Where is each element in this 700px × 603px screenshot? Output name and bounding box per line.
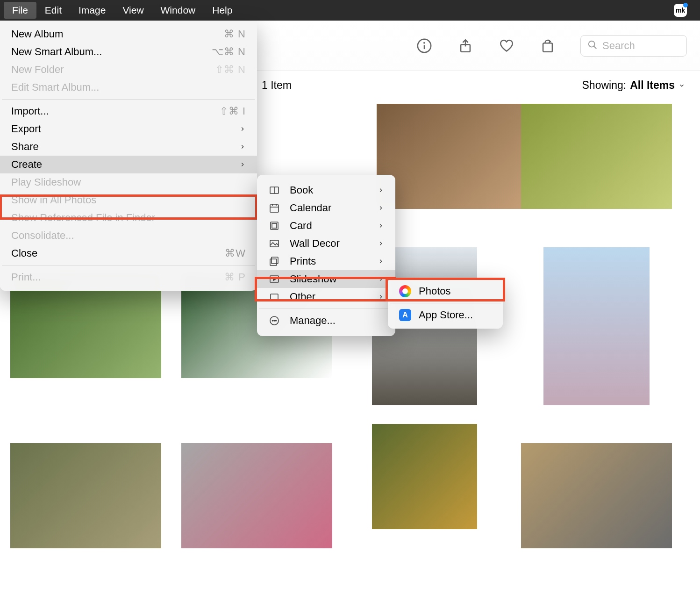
menuitem-new-album[interactable]: New Album⌘ N — [0, 25, 257, 43]
manage-icon — [268, 315, 280, 327]
chevron-right-icon — [378, 202, 384, 214]
svg-rect-18 — [270, 259, 277, 266]
menuitem-book[interactable]: Book — [257, 181, 395, 199]
photo-thumbnail[interactable] — [10, 443, 161, 548]
search-icon — [587, 40, 602, 52]
photo-thumbnail[interactable] — [543, 247, 650, 405]
svg-point-2 — [424, 42, 424, 43]
menuitem-play-slideshow: Play Slideshow — [0, 173, 257, 191]
menuitem-wall-decor[interactable]: Wall Decor — [257, 235, 395, 252]
menuitem-card[interactable]: Card — [257, 217, 395, 235]
menu-file[interactable]: File — [4, 2, 36, 19]
menuitem-import[interactable]: Import...⇧⌘ I — [0, 102, 257, 120]
svg-rect-17 — [271, 257, 278, 264]
svg-rect-10 — [270, 205, 279, 212]
chevron-right-icon — [378, 237, 384, 250]
menuitem-new-folder: New Folder⇧⌘ N — [0, 61, 257, 79]
menuitem-consolidate: Consolidate... — [0, 227, 257, 244]
menuitem-show-in-all-photos: Show in All Photos — [0, 191, 257, 209]
wall-decor-icon — [268, 237, 280, 250]
chevron-right-icon — [378, 184, 384, 196]
photo-thumbnail[interactable] — [521, 104, 672, 209]
photo-thumbnail[interactable] — [521, 443, 672, 548]
favorite-button[interactable] — [494, 34, 519, 58]
prints-icon — [268, 255, 280, 267]
slideshow-submenu: Photos A App Store... — [388, 278, 503, 329]
chevron-right-icon — [239, 123, 246, 135]
menu-separator — [390, 303, 501, 303]
menuitem-prints[interactable]: Prints — [257, 252, 395, 270]
share-button[interactable] — [453, 34, 478, 58]
chevron-right-icon — [378, 273, 384, 285]
menuitem-export[interactable]: Export — [0, 120, 257, 138]
menuitem-new-smart-album[interactable]: New Smart Album...⌥⌘ N — [0, 43, 257, 61]
photos-app-icon — [399, 285, 411, 297]
slideshow-icon — [268, 273, 280, 285]
menuitem-other[interactable]: Other — [257, 288, 395, 306]
search-box[interactable] — [580, 35, 687, 57]
status-app-icon[interactable]: mk — [674, 4, 687, 17]
menu-edit[interactable]: Edit — [36, 2, 70, 19]
menu-separator — [2, 99, 255, 100]
book-icon — [268, 184, 280, 196]
photo-thumbnail[interactable] — [372, 424, 477, 529]
menubar: File Edit Image View Window Help mk — [0, 0, 700, 21]
svg-point-25 — [276, 320, 277, 321]
menuitem-show-referenced-file: Show Referenced File in Finder — [0, 209, 257, 227]
photo-thumbnail[interactable] — [181, 443, 332, 548]
search-input[interactable] — [602, 40, 680, 52]
menu-window[interactable]: Window — [152, 2, 204, 19]
photo-thumbnail[interactable] — [377, 104, 538, 209]
card-icon — [268, 220, 280, 232]
showing-label: Showing: — [582, 79, 627, 92]
svg-point-6 — [589, 41, 595, 47]
svg-line-7 — [594, 46, 597, 49]
svg-rect-15 — [272, 223, 277, 228]
menuitem-slideshow[interactable]: Slideshow — [257, 270, 395, 288]
chevron-right-icon — [239, 141, 246, 153]
svg-point-23 — [272, 320, 273, 321]
svg-marker-20 — [273, 278, 276, 280]
info-button[interactable] — [412, 34, 436, 58]
menuitem-share[interactable]: Share — [0, 138, 257, 156]
menuitem-calendar[interactable]: Calendar — [257, 199, 395, 217]
svg-rect-21 — [271, 294, 278, 300]
menu-help[interactable]: Help — [204, 2, 241, 19]
menu-image[interactable]: Image — [70, 2, 114, 19]
svg-point-24 — [274, 320, 275, 321]
file-menu: New Album⌘ N New Smart Album...⌥⌘ N New … — [0, 21, 257, 291]
svg-rect-5 — [543, 43, 552, 51]
menu-separator — [259, 309, 393, 309]
menuitem-print: Print...⌘ P — [0, 268, 257, 286]
chevron-right-icon — [378, 291, 384, 303]
menuitem-create[interactable]: Create — [0, 156, 257, 173]
other-icon — [268, 291, 280, 303]
menuitem-close[interactable]: Close⌘W — [0, 244, 257, 262]
showing-filter[interactable]: Showing: All Items — [582, 79, 686, 92]
showing-value: All Items — [630, 79, 675, 92]
create-submenu: Book Calendar Card Wall Decor Prints Sli… — [257, 175, 395, 336]
rotate-button[interactable] — [536, 34, 560, 58]
chevron-right-icon — [378, 255, 384, 267]
menuitem-app-store[interactable]: A App Store... — [388, 306, 503, 324]
chevron-right-icon — [378, 220, 384, 232]
menu-separator — [2, 265, 255, 266]
menu-view[interactable]: View — [114, 2, 152, 19]
menuitem-manage[interactable]: Manage... — [257, 312, 395, 330]
chevron-down-icon — [679, 79, 685, 92]
menuitem-edit-smart-album: Edit Smart Album... — [0, 79, 257, 96]
chevron-right-icon — [239, 158, 246, 171]
calendar-icon — [268, 202, 280, 214]
menuitem-photos[interactable]: Photos — [388, 282, 503, 300]
app-store-icon: A — [399, 309, 411, 321]
